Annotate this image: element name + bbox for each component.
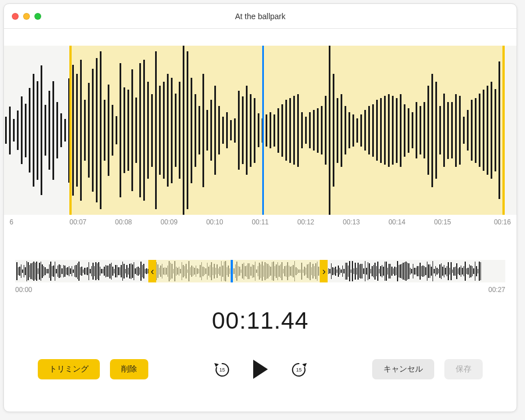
ruler-tick: 00:16 [465, 218, 511, 237]
skip-back-15-icon: 15 [214, 361, 231, 378]
overview-times: 00:00 00:27 [15, 282, 505, 294]
editor-window: At the ballpark 600:0700:0800:0900:1000:… [3, 3, 517, 412]
delete-button[interactable]: 削除 [110, 359, 148, 379]
svg-text:15: 15 [295, 367, 301, 373]
overview-end-time: 00:27 [488, 286, 505, 294]
save-button[interactable]: 保存 [444, 359, 483, 379]
waveform-bars [4, 46, 517, 215]
overview-handle-end[interactable]: › [320, 260, 328, 282]
play-button[interactable] [248, 357, 273, 382]
skip-back-15-button[interactable]: 15 [212, 359, 232, 379]
overview-area: ‹› 00:00 00:27 [15, 260, 505, 294]
overview-selection[interactable] [152, 260, 324, 282]
controls-bar: トリミング 削除 15 15 キャンセル [4, 357, 517, 399]
selection-handle-start[interactable] [69, 46, 72, 215]
play-icon [253, 360, 268, 379]
ruler-tick: 00:11 [237, 218, 283, 237]
titlebar: At the ballpark [4, 4, 517, 29]
overview-waveform[interactable]: ‹› [15, 260, 505, 282]
ruler-tick: 00:13 [329, 218, 374, 237]
ruler-tick: 00:08 [101, 218, 147, 237]
svg-text:15: 15 [219, 367, 224, 373]
playhead[interactable] [262, 46, 264, 215]
window-title: At the ballpark [11, 12, 510, 21]
cancel-button[interactable]: キャンセル [372, 359, 434, 379]
trim-button[interactable]: トリミング [38, 359, 100, 379]
skip-forward-15-icon: 15 [290, 361, 307, 378]
overview-handle-start[interactable]: ‹ [148, 260, 156, 282]
close-icon[interactable] [12, 13, 19, 20]
overview-playhead[interactable] [231, 260, 233, 282]
current-time: 00:11.44 [4, 307, 517, 334]
ruler-tick: 00:15 [420, 218, 465, 237]
ruler-tick: 6 [10, 218, 55, 237]
ruler-tick: 00:07 [55, 218, 101, 237]
minimize-icon[interactable] [23, 13, 30, 20]
ruler-tick: 00:12 [283, 218, 329, 237]
ruler-tick: 00:10 [192, 218, 237, 237]
selection-handle-end[interactable] [502, 46, 505, 215]
time-ruler: 600:0700:0800:0900:1000:1100:1200:1300:1… [4, 215, 517, 237]
skip-forward-15-button[interactable]: 15 [289, 359, 309, 379]
ruler-tick: 00:14 [374, 218, 420, 237]
overview-start-time: 00:00 [15, 286, 32, 294]
window-controls [12, 13, 41, 20]
main-waveform-area: 600:0700:0800:0900:1000:1100:1200:1300:1… [4, 46, 517, 237]
ruler-tick: 00:09 [146, 218, 192, 237]
waveform-canvas[interactable] [4, 46, 517, 215]
transport-controls: 15 15 [212, 357, 309, 382]
maximize-icon[interactable] [34, 13, 41, 20]
